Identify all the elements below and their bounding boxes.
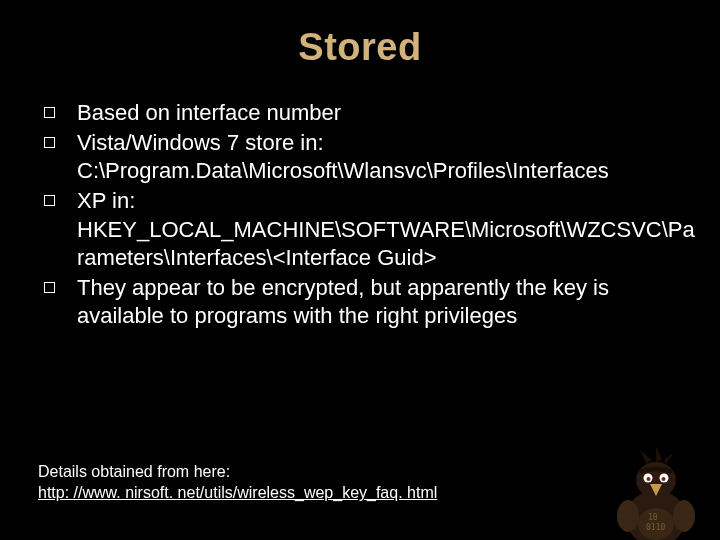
svg-point-11: [662, 477, 666, 481]
slide: Stored Based on interface number Vista/W…: [0, 26, 720, 540]
bullet-text: Based on interface number: [77, 99, 696, 127]
svg-text:0110: 0110: [646, 523, 665, 532]
bullet-item: They appear to be encrypted, but apparen…: [40, 274, 696, 330]
bullet-list: Based on interface number Vista/Windows …: [40, 99, 696, 330]
bullet-item: Vista/Windows 7 store in: C:\Program.Dat…: [40, 129, 696, 185]
bullet-text: Vista/Windows 7 store in: C:\Program.Dat…: [77, 129, 696, 185]
bullet-text: XP in: HKEY_LOCAL_MACHINE\SOFTWARE\Micro…: [77, 187, 696, 271]
svg-point-5: [673, 500, 695, 532]
svg-point-10: [647, 477, 651, 481]
slide-title: Stored: [0, 26, 720, 69]
bullet-marker-icon: [44, 282, 55, 293]
bullet-marker-icon: [44, 137, 55, 148]
bullet-text: They appear to be encrypted, but apparen…: [77, 274, 696, 330]
bullet-item: XP in: HKEY_LOCAL_MACHINE\SOFTWARE\Micro…: [40, 187, 696, 271]
details-label: Details obtained from here:: [38, 461, 437, 483]
svg-text:10: 10: [648, 513, 658, 522]
bullet-marker-icon: [44, 107, 55, 118]
details-block: Details obtained from here: http: //www.…: [38, 461, 437, 504]
bullet-item: Based on interface number: [40, 99, 696, 127]
bullet-marker-icon: [44, 195, 55, 206]
details-link[interactable]: http: //www. nirsoft. net/utils/wireless…: [38, 482, 437, 504]
svg-point-4: [617, 500, 639, 532]
mascot-image: 10 0110: [606, 446, 706, 540]
crow-icon: 10 0110: [606, 446, 706, 540]
